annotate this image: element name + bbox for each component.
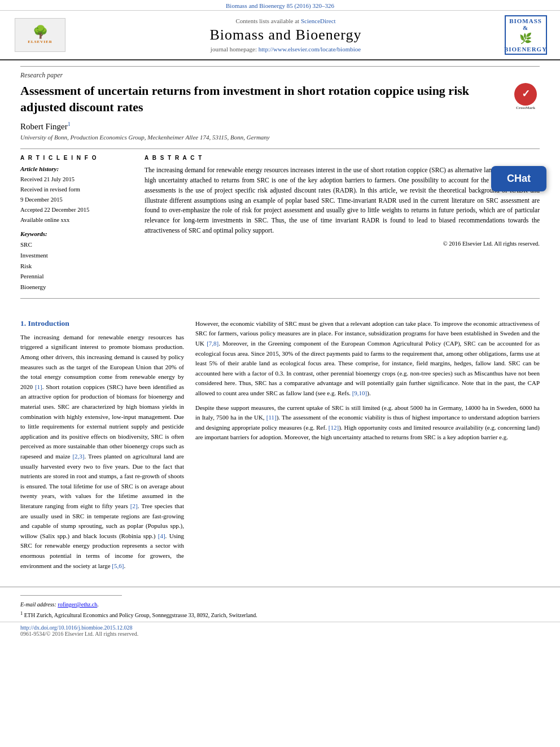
received-revised-label: Received in revised form xyxy=(20,185,133,195)
footnote-area: E-mail address: rofinger@ethz.ch. 1 ETH … xyxy=(0,587,560,619)
accepted-date: Accepted 22 December 2015 xyxy=(20,205,133,215)
ref-2: [2] xyxy=(130,503,138,509)
science-direct-link[interactable]: ScienceDirect xyxy=(301,18,336,24)
footnote-affiliation: 1 ETH Zurich, Agricultural Economics and… xyxy=(20,610,540,619)
elsevier-logo: 🌳 ELSEVIER xyxy=(15,18,65,52)
ref-11: [11] xyxy=(266,414,277,421)
revised-date: 9 December 2015 xyxy=(20,195,133,205)
crossmark-label: CrossMark xyxy=(516,106,535,111)
journal-citation: Biomass and Bioenergy 85 (2016) 320–326 xyxy=(226,2,334,9)
main-body: 1. Introduction The increasing demand fo… xyxy=(0,313,560,587)
crossmark-badge: ✓ CrossMark xyxy=(511,83,540,111)
ref-56: [5,6] xyxy=(112,562,124,569)
footnote-divider xyxy=(20,595,122,596)
abstract-heading: A B S T R A C T xyxy=(145,155,540,161)
elsevier-label: ELSEVIER xyxy=(28,40,52,44)
keywords-label: Keywords: xyxy=(20,230,133,237)
keyword-1: SRC xyxy=(20,239,133,250)
journal-title: Biomass and Bioenergy xyxy=(77,27,495,43)
bb-logo-bottom-text: BIOENERGY xyxy=(504,46,547,53)
top-journal-bar: Biomass and Bioenergy 85 (2016) 320–326 xyxy=(0,0,560,11)
paper-title-text: Assessment of uncertain returns from inv… xyxy=(20,84,469,114)
author-name: Robert Finger1 xyxy=(20,121,540,132)
section1-para2: However, the economic viability of SRC m… xyxy=(195,319,540,399)
keyword-5: Bioenergy xyxy=(20,282,133,292)
article-info-abstract-section: A R T I C L E I N F O Article history: R… xyxy=(20,148,540,299)
article-dates: Received 21 July 2015 Received in revise… xyxy=(20,174,133,225)
bb-logo-top-text: BIOMASS & xyxy=(508,18,544,31)
received-date: Received 21 July 2015 xyxy=(20,174,133,185)
ref-1: [1] xyxy=(35,383,42,390)
elsevier-tree-icon: 🌳 xyxy=(33,26,48,38)
available-online: Available online xxx xyxy=(20,215,133,225)
journal-header-center: Contents lists available at ScienceDirec… xyxy=(71,18,500,53)
article-history-label: Article history: xyxy=(20,165,133,172)
keyword-4: Perennial xyxy=(20,271,133,282)
paper-header-section: Research paper Assessment of uncertain r… xyxy=(0,60,560,313)
bottom-bar: http://dx.doi.org/10.1016/j.biombioe.201… xyxy=(0,622,560,639)
author-affiliation: University of Bonn, Production Economics… xyxy=(20,134,540,141)
section1-heading: 1. Introduction xyxy=(20,319,184,328)
abstract-copyright: © 2016 Elsevier Ltd. All rights reserved… xyxy=(145,241,540,247)
left-column: 1. Introduction The increasing demand fo… xyxy=(20,319,184,575)
journal-homepage: journal homepage: http://www.elsevier.co… xyxy=(77,46,495,53)
section1-para1: The increasing demand for renewable ener… xyxy=(20,333,184,571)
elsevier-logo-area: 🌳 ELSEVIER xyxy=(9,18,71,52)
chat-button[interactable]: CHat xyxy=(491,166,546,191)
right-column: However, the economic viability of SRC m… xyxy=(195,319,540,575)
footnote-email: E-mail address: rofinger@ethz.ch. xyxy=(20,600,540,609)
section1-para3: Despite these support measures, the curr… xyxy=(195,403,540,443)
abstract-text: The increasing demand for renewable ener… xyxy=(145,165,540,236)
article-info-heading: A R T I C L E I N F O xyxy=(20,155,133,161)
journal-header: 🌳 ELSEVIER Contents lists available at S… xyxy=(0,11,560,60)
homepage-link[interactable]: http://www.elsevier.com/locate/biombioe xyxy=(259,46,361,53)
science-direct-line: Contents lists available at ScienceDirec… xyxy=(77,18,495,24)
article-info-column: A R T I C L E I N F O Article history: R… xyxy=(20,155,133,292)
bb-logo-area: BIOMASS & 🌿 BIOENERGY xyxy=(500,15,551,55)
keyword-2: Investment xyxy=(20,250,133,261)
email-link[interactable]: rofinger@ethz.ch xyxy=(58,601,97,608)
keyword-3: Risk xyxy=(20,261,133,272)
keywords-list: SRC Investment Risk Perennial Bioenergy xyxy=(20,239,133,292)
rights-text: 0961-9534/© 2016 Elsevier Ltd. All right… xyxy=(20,631,540,637)
abstract-column: A B S T R A C T The increasing demand fo… xyxy=(145,155,540,292)
ref-12: [12] xyxy=(329,424,339,431)
paper-type-label: Research paper xyxy=(20,66,540,80)
doi-link[interactable]: http://dx.doi.org/10.1016/j.biombioe.201… xyxy=(20,624,132,631)
ref-78: [7,8] xyxy=(207,340,218,347)
ref-23: [2,3] xyxy=(72,453,84,460)
ref-910: [9,10] xyxy=(352,390,368,396)
crossmark-icon: ✓ xyxy=(514,83,537,106)
author-superscript: 1 xyxy=(68,121,71,127)
bb-logo: BIOMASS & 🌿 BIOENERGY xyxy=(505,15,547,55)
ref-4: [4] xyxy=(158,532,165,539)
bb-logo-icon: 🌿 xyxy=(519,32,532,45)
paper-title-container: Assessment of uncertain returns from inv… xyxy=(20,83,540,115)
